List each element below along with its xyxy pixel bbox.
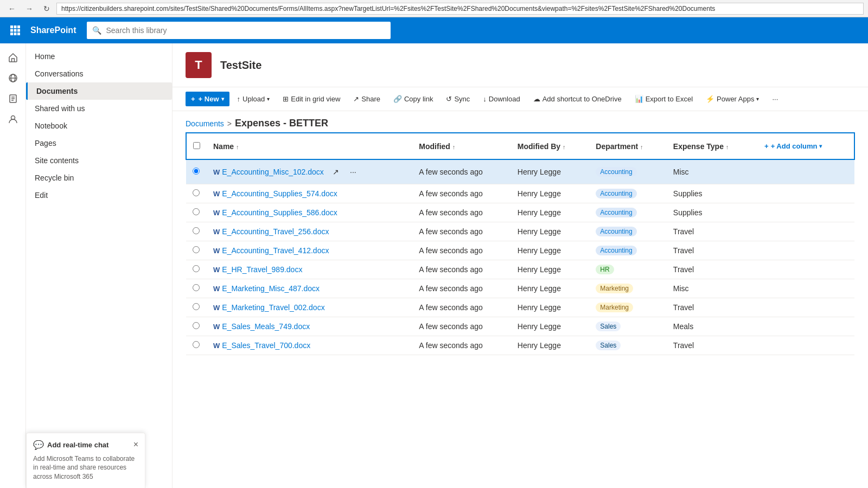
- file-name-link[interactable]: E_Sales_Travel_700.docx: [222, 341, 310, 350]
- sidebar-item-conversations[interactable]: Conversations: [26, 65, 172, 82]
- site-title: TestSite: [220, 59, 261, 72]
- site-logo: T: [186, 52, 212, 78]
- row-radio[interactable]: [193, 341, 200, 348]
- edit-grid-button[interactable]: ⊞ Edit in grid view: [277, 92, 346, 106]
- row-checkbox-cell[interactable]: [186, 203, 207, 222]
- row-checkbox-cell[interactable]: [186, 317, 207, 336]
- select-all-checkbox[interactable]: [193, 142, 200, 149]
- file-name-link[interactable]: E_Marketing_Travel_002.docx: [222, 303, 324, 312]
- new-icon: +: [191, 95, 195, 103]
- nav-icon-home[interactable]: [3, 48, 23, 67]
- more-button[interactable]: ···: [767, 92, 783, 106]
- col-department[interactable]: Department ↑: [589, 133, 667, 159]
- row-checkbox-cell[interactable]: [186, 241, 207, 260]
- upload-button[interactable]: ↑ Upload ▾: [232, 92, 276, 106]
- expense-type-sort-icon: ↑: [726, 144, 729, 150]
- table-row: W E_Accounting_Supplies_574.docx ↗ ··· A…: [186, 184, 854, 203]
- row-radio[interactable]: [193, 265, 200, 272]
- row-name-cell: W E_Accounting_Misc_102.docx ↗ ···: [207, 159, 412, 184]
- power-apps-button[interactable]: ⚡ Power Apps ▾: [700, 92, 764, 106]
- copy-link-button[interactable]: 🔗 Copy link: [388, 92, 438, 106]
- new-button[interactable]: + + New ▾: [186, 92, 229, 106]
- row-checkbox-cell[interactable]: [186, 184, 207, 203]
- row-department: HR: [589, 260, 667, 279]
- row-expense-type: Meals: [667, 317, 755, 336]
- row-radio[interactable]: [193, 303, 200, 310]
- word-icon: W: [213, 168, 220, 176]
- file-name-link[interactable]: E_Accounting_Supplies_574.docx: [222, 189, 337, 198]
- table-row: W E_Sales_Travel_700.docx ↗ ··· A few se…: [186, 336, 854, 355]
- nav-icon-people[interactable]: [3, 110, 23, 129]
- export-excel-button[interactable]: 📊 Export to Excel: [629, 92, 698, 106]
- file-name-link[interactable]: E_HR_Travel_989.docx: [222, 265, 302, 274]
- row-department: Sales: [589, 336, 667, 355]
- file-name-link[interactable]: E_Accounting_Travel_412.docx: [222, 246, 329, 255]
- back-button[interactable]: ←: [4, 2, 20, 15]
- row-radio[interactable]: [193, 322, 200, 329]
- sidebar-item-edit[interactable]: Edit: [26, 187, 172, 204]
- row-radio[interactable]: [193, 189, 200, 196]
- row-checkbox-cell[interactable]: [186, 336, 207, 355]
- col-add-column[interactable]: + + Add column ▾: [755, 133, 854, 159]
- row-checkbox-cell[interactable]: [186, 260, 207, 279]
- nav-icon-notes[interactable]: [3, 89, 23, 108]
- file-name-link[interactable]: E_Accounting_Misc_102.docx: [222, 168, 324, 176]
- col-name[interactable]: Name ↑: [207, 133, 412, 159]
- row-checkbox-cell[interactable]: [186, 279, 207, 298]
- svg-rect-6: [10, 33, 13, 35]
- nav-icon-globe[interactable]: [3, 68, 23, 88]
- row-radio[interactable]: [193, 208, 200, 215]
- file-name-link[interactable]: E_Sales_Meals_749.docx: [222, 322, 310, 331]
- waffle-icon[interactable]: [7, 22, 24, 39]
- powerapps-chevron-icon: ▾: [756, 96, 759, 102]
- col-modified-by[interactable]: Modified By ↑: [511, 133, 590, 159]
- share-row-btn[interactable]: ↗: [328, 164, 343, 179]
- file-name-link[interactable]: E_Accounting_Travel_256.docx: [222, 227, 329, 236]
- row-name-cell: W E_Accounting_Travel_256.docx ↗ ···: [207, 222, 412, 241]
- row-radio[interactable]: [193, 168, 200, 175]
- row-radio[interactable]: [193, 227, 200, 234]
- onedrive-icon: ☁: [533, 95, 540, 103]
- download-button[interactable]: ↓ Download: [477, 92, 525, 106]
- sidebar-item-documents[interactable]: Documents: [26, 82, 172, 100]
- row-modified: A few seconds ago: [412, 184, 510, 203]
- row-modified-by: Henry Legge: [511, 317, 590, 336]
- col-modified[interactable]: Modified ↑: [412, 133, 510, 159]
- row-name-cell: W E_Sales_Meals_749.docx ↗ ···: [207, 317, 412, 336]
- sidebar-item-pages[interactable]: Pages: [26, 134, 172, 152]
- sidebar-item-shared[interactable]: Shared with us: [26, 100, 172, 117]
- sidebar-item-notebook[interactable]: Notebook: [26, 117, 172, 134]
- search-input[interactable]: [106, 26, 385, 35]
- row-expense-type: Travel: [667, 298, 755, 317]
- sidebar-item-home[interactable]: Home: [26, 48, 172, 65]
- word-icon: W: [213, 304, 220, 312]
- excel-icon: 📊: [635, 95, 643, 103]
- sidebar-item-recycle[interactable]: Recycle bin: [26, 169, 172, 187]
- file-name-link[interactable]: E_Marketing_Misc_487.docx: [222, 284, 320, 293]
- row-checkbox-cell[interactable]: [186, 159, 207, 184]
- row-modified: A few seconds ago: [412, 336, 510, 355]
- chat-close-button[interactable]: ×: [133, 440, 138, 450]
- col-expense-type[interactable]: Expense Type ↑: [667, 133, 755, 159]
- dept-badge: Accounting: [596, 189, 636, 198]
- forward-button[interactable]: →: [22, 2, 37, 15]
- word-icon: W: [213, 342, 220, 350]
- sync-button[interactable]: ↺ Sync: [441, 92, 475, 106]
- row-radio[interactable]: [193, 284, 200, 291]
- address-bar[interactable]: https://citizenbuilders.sharepoint.com/s…: [56, 3, 864, 15]
- breadcrumb-documents[interactable]: Documents: [186, 119, 224, 128]
- row-modified-by: Henry Legge: [511, 260, 590, 279]
- row-radio[interactable]: [193, 246, 200, 253]
- row-extra: [755, 222, 854, 241]
- row-checkbox-cell[interactable]: [186, 222, 207, 241]
- select-all-header[interactable]: [186, 133, 207, 159]
- row-checkbox-cell[interactable]: [186, 298, 207, 317]
- more-row-btn[interactable]: ···: [346, 164, 361, 179]
- file-name-link[interactable]: E_Accounting_Supplies_586.docx: [222, 208, 337, 217]
- share-button[interactable]: ↗ Share: [348, 92, 386, 106]
- sidebar-item-site-contents[interactable]: Site contents: [26, 152, 172, 169]
- refresh-button[interactable]: ↻: [39, 2, 54, 15]
- add-column-chevron: ▾: [819, 143, 822, 149]
- add-shortcut-button[interactable]: ☁ Add shortcut to OneDrive: [528, 92, 627, 106]
- row-extra: [755, 260, 854, 279]
